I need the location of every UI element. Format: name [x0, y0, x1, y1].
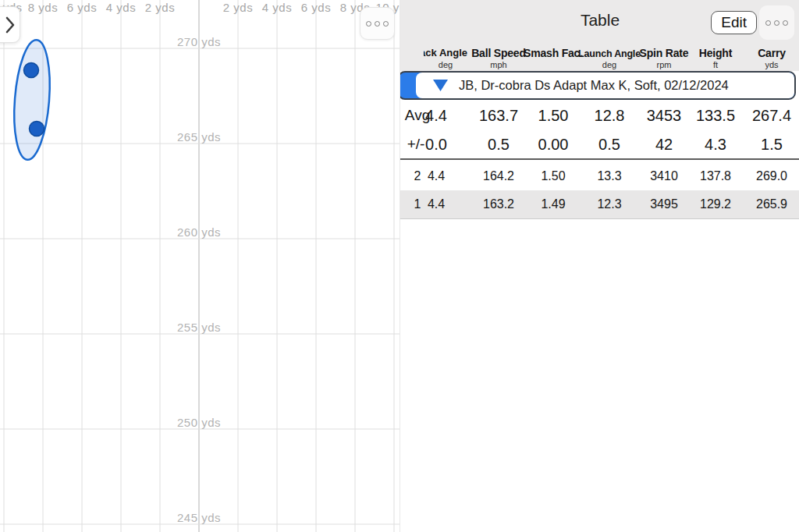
ellipsis-icon [383, 21, 389, 27]
table-row-avg: Avg 4.4 163.7 1.50 12.8 3453 133.5 267.4 [400, 101, 799, 130]
avg-ball-speed: 163.7 [479, 107, 518, 125]
stddev-smash-factor: 0.00 [538, 136, 569, 154]
shot-dot-2[interactable] [24, 63, 39, 78]
top-axis-label: 4 yds [106, 1, 136, 14]
stddev-ball-speed: 0.5 [488, 136, 510, 154]
shot-launch-angle: 13.3 [597, 169, 621, 183]
ellipsis-icon [783, 20, 788, 26]
shot-dot-1[interactable] [30, 122, 44, 137]
avg-spin-rate: 3453 [647, 107, 682, 125]
column-header-ball-speed: Ball Speed [471, 47, 526, 59]
top-axis-label: 2 yds [145, 1, 175, 14]
avg-attack-angle: 4.4 [425, 107, 447, 125]
shot-carry: 269.0 [756, 169, 787, 183]
dropdown-triangle-icon [432, 79, 449, 92]
shot-smash-factor: 1.49 [541, 197, 565, 211]
stddev-launch-angle: 0.5 [598, 136, 620, 154]
column-unit: deg [602, 60, 616, 69]
stddev-spin-rate: 42 [655, 136, 673, 154]
carry-axis-label: 260 yds [177, 225, 221, 239]
shot-ball-speed: 164.2 [483, 169, 514, 183]
dispersion-chart-canvas [0, 0, 400, 532]
column-header-spin-rate: Spin Rate [640, 47, 689, 59]
chevron-right-icon [5, 15, 16, 35]
ellipsis-icon [366, 21, 371, 27]
column-unit: rpm [657, 60, 672, 69]
shot-number: 1 [414, 197, 421, 211]
stddev-height: 4.3 [705, 136, 726, 154]
shot-launch-angle: 12.3 [597, 197, 621, 211]
carry-axis-label: 245 yds [177, 511, 221, 524]
top-axis-label: 2 yds [223, 1, 253, 14]
column-header-launch-angle: Launch Angle [578, 48, 641, 59]
avg-height: 133.5 [696, 107, 735, 125]
shot-attack-angle: 4.4 [428, 169, 445, 183]
carry-axis-label: 250 yds [177, 416, 221, 429]
stddev-carry: 1.5 [761, 136, 783, 154]
top-axis-label: 6 yds [301, 1, 331, 14]
expand-panel-button[interactable] [0, 6, 20, 43]
table-panel: Table Edit Attack Angle deg Ball Speed m… [400, 0, 799, 532]
top-axis-label: 6 yds [67, 1, 97, 14]
carry-axis-label: 255 yds [177, 321, 221, 334]
shot-spin-rate: 3495 [650, 197, 678, 211]
top-axis-label: 8 yds [28, 1, 58, 14]
chart-options-button[interactable] [360, 7, 395, 40]
dispersion-chart-panel: 10 yds 8 yds 6 yds 4 yds 2 yds 2 yds 4 y… [0, 0, 400, 532]
table-header: Table Edit Attack Angle deg Ball Speed m… [400, 0, 799, 71]
column-unit: ft [713, 60, 718, 69]
column-unit: deg [439, 60, 453, 69]
ellipsis-icon [375, 21, 380, 27]
table-row-stddev: +/- 0.0 0.5 0.00 0.5 42 4.3 1.5 [400, 130, 799, 160]
column-unit: yds [765, 60, 778, 69]
shot-height: 137.8 [700, 169, 731, 183]
column-unit: mph [490, 60, 506, 69]
column-header-carry: Carry [758, 47, 786, 59]
row-label: +/- [407, 136, 425, 153]
shot-height: 129.2 [700, 197, 731, 211]
stddev-attack-angle: 0.0 [425, 136, 447, 154]
column-header-smash-factor: Smash Fac. [524, 47, 583, 59]
edit-button[interactable]: Edit [711, 11, 757, 34]
ellipsis-icon [765, 20, 771, 26]
table-options-button[interactable] [759, 5, 794, 40]
column-header-height: Height [699, 47, 732, 59]
table-row-shot-2[interactable]: 2 4.4 164.2 1.50 13.3 3410 137.8 269.0 [400, 161, 799, 190]
shot-ball-speed: 163.2 [483, 197, 514, 211]
session-selector-label: JB, Dr-cobra Ds Adapt Max K, Soft, 02/12… [459, 78, 729, 93]
shot-carry: 265.9 [756, 197, 787, 211]
dispersion-ellipse [10, 39, 54, 161]
table-row-shot-1[interactable]: 1 4.4 163.2 1.49 12.3 3495 129.2 265.9 [400, 190, 799, 219]
shot-spin-rate: 3410 [650, 169, 678, 183]
shot-number: 2 [414, 169, 421, 183]
launch-monitor-app: 10 yds 8 yds 6 yds 4 yds 2 yds 2 yds 4 y… [0, 0, 799, 532]
shot-smash-factor: 1.50 [541, 169, 565, 183]
column-header-attack-angle: Attack Angle [424, 47, 467, 60]
carry-axis-label: 265 yds [177, 130, 221, 144]
avg-carry: 267.4 [752, 107, 791, 125]
top-axis-label: 4 yds [262, 1, 292, 14]
ellipsis-icon [774, 20, 779, 26]
avg-launch-angle: 12.8 [595, 107, 625, 125]
shot-attack-angle: 4.4 [428, 197, 445, 211]
session-selector[interactable]: JB, Dr-cobra Ds Adapt Max K, Soft, 02/12… [400, 71, 796, 100]
carry-axis-label: 270 yds [177, 35, 221, 48]
avg-smash-factor: 1.50 [538, 107, 569, 125]
